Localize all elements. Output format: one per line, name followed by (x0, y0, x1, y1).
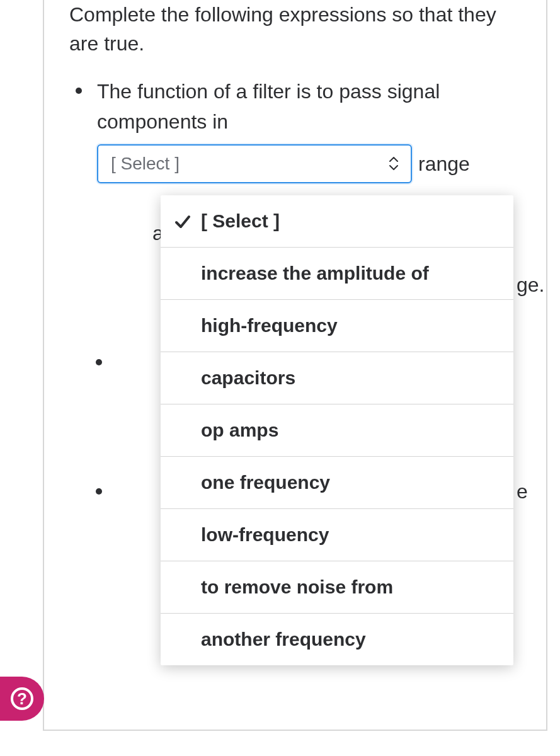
check-icon (174, 213, 191, 229)
dropdown-option[interactable]: increase the amplitude of (161, 248, 513, 300)
dropdown-option[interactable]: another frequency (161, 614, 513, 665)
select-placeholder: [ Select ] (111, 151, 180, 177)
dropdown-option[interactable]: op amps (161, 404, 513, 457)
option-label: increase the amplitude of (201, 263, 429, 284)
bullet-marker (96, 488, 102, 495)
bullet-marker (96, 359, 102, 365)
option-label: one frequency (201, 472, 330, 493)
dropdown-option[interactable]: to remove noise from (161, 561, 513, 614)
question-mark-icon: ? (11, 687, 33, 710)
bullet-list: The function of a filter is to pass sign… (69, 76, 521, 183)
dropdown-panel: [ Select ] increase the amplitude of hig… (161, 195, 513, 665)
dropdown-option[interactable]: low-frequency (161, 509, 513, 561)
help-button[interactable]: ? (0, 677, 44, 721)
hidden-text-fragment: e (517, 480, 528, 503)
option-label: low-frequency (201, 524, 329, 545)
dropdown-option[interactable]: high-frequency (161, 300, 513, 352)
option-label: capacitors (201, 367, 295, 388)
option-label: [ Select ] (201, 210, 280, 231)
question-prompt: Complete the following expressions so th… (69, 0, 521, 59)
select-row: [ Select ] range (97, 144, 470, 183)
bullet-item-1: The function of a filter is to pass sign… (97, 76, 521, 183)
option-label: high-frequency (201, 315, 338, 336)
hidden-text-fragment: ge. (517, 273, 544, 297)
chevron-updown-icon (388, 156, 399, 172)
select-dropdown[interactable]: [ Select ] (97, 144, 412, 183)
bullet-1-after: range (418, 149, 470, 179)
option-label: op amps (201, 420, 278, 440)
dropdown-option[interactable]: one frequency (161, 457, 513, 509)
dropdown-option[interactable]: capacitors (161, 352, 513, 404)
dropdown-option-select[interactable]: [ Select ] (161, 195, 513, 248)
option-label: to remove noise from (201, 576, 393, 597)
option-label: another frequency (201, 629, 366, 650)
bullet-1-text: The function of a filter is to pass sign… (97, 80, 440, 133)
